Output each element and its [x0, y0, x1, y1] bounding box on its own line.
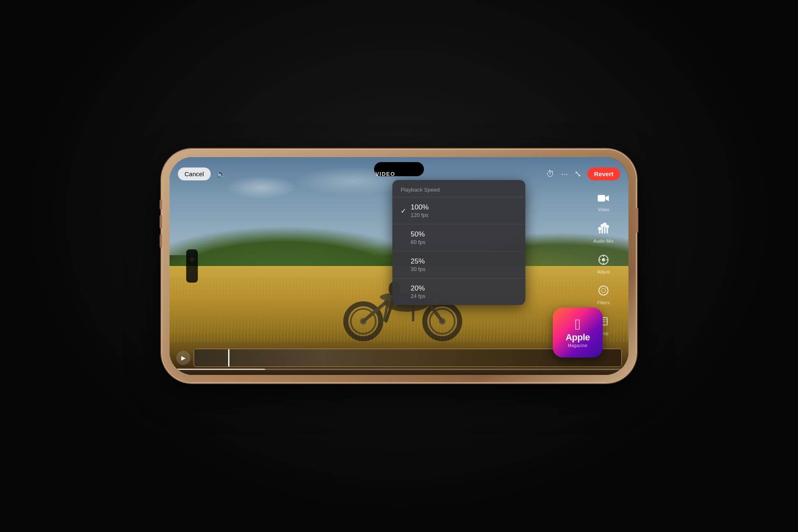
speed-fps-100: 120 fps: [411, 212, 429, 218]
camera-lens-1: [190, 257, 194, 261]
progress-line: [176, 369, 622, 370]
playback-speed-dropdown: Playback Speed ✓ 100% 120 fps 50% 60 fps: [392, 180, 525, 305]
speed-info-50: 50% 60 fps: [411, 230, 425, 245]
checkmark-icon: ✓: [401, 207, 409, 215]
speed-option-100[interactable]: ✓ 100% 120 fps: [392, 197, 525, 224]
timeline-playhead[interactable]: [228, 349, 229, 367]
progress-fill: [176, 369, 265, 370]
power-button: [636, 208, 638, 233]
minimize-icon[interactable]: ⤡: [574, 168, 582, 180]
svg-rect-11: [601, 227, 603, 234]
apple-magazine-badge[interactable]:  Apple Magazine: [553, 308, 603, 357]
timer-icon[interactable]: ⏱: [545, 168, 555, 180]
speed-option-50[interactable]: 50% 60 fps: [392, 224, 525, 251]
adjust-icon: [598, 254, 609, 268]
camera-area: [186, 249, 198, 283]
camera-lens-2: [190, 271, 194, 275]
page-title: VIDEO: [226, 171, 545, 177]
speed-info-25: 25% 30 fps: [411, 257, 425, 272]
filters-icon: [598, 285, 609, 298]
speed-fps-20: 24 fps: [411, 293, 425, 299]
sidebar-item-adjust[interactable]: Adjust: [589, 251, 618, 278]
play-button[interactable]: ▶: [176, 351, 190, 365]
sidebar-label-adjust: Adjust: [597, 269, 610, 274]
sidebar-item-video[interactable]: Video: [589, 190, 618, 215]
dropdown-title: Playback Speed: [392, 180, 525, 197]
svg-point-14: [598, 227, 601, 230]
speed-percent-50: 50%: [411, 230, 425, 239]
mute-button: [160, 200, 162, 209]
svg-point-24: [599, 286, 608, 295]
svg-rect-13: [606, 228, 608, 234]
apple-icon: : [575, 317, 580, 332]
volume-up-button: [160, 215, 162, 229]
speed-fps-50: 60 fps: [411, 239, 425, 245]
svg-point-17: [606, 225, 609, 228]
sidebar-item-audio-mix[interactable]: Audio Mix: [589, 219, 618, 247]
speed-percent-25: 25%: [411, 257, 425, 266]
sidebar-label-audio-mix: Audio Mix: [594, 239, 613, 244]
volume-down-button: [160, 234, 162, 248]
sidebar-item-filters[interactable]: Filters: [589, 282, 618, 308]
apple-magazine-subtitle: Magazine: [568, 343, 587, 348]
main-scene: Cancel 🔈 VIDEO ⏱ ··· ⤡ Revert Playback S…: [162, 150, 636, 382]
sidebar-label-video: Video: [598, 207, 609, 212]
volume-icon[interactable]: 🔈: [217, 169, 226, 178]
video-icon: [598, 194, 609, 205]
more-options-icon[interactable]: ···: [560, 168, 569, 180]
cancel-button[interactable]: Cancel: [178, 167, 211, 180]
speed-option-25[interactable]: 25% 30 fps: [392, 251, 525, 278]
speed-percent-20: 20%: [411, 284, 425, 293]
speed-option-20[interactable]: 20% 24 fps: [392, 278, 525, 305]
audio-mix-icon: [598, 223, 609, 237]
svg-rect-10: [599, 230, 601, 234]
svg-rect-9: [598, 195, 605, 202]
svg-point-19: [602, 258, 605, 261]
apple-magazine-title: Apple: [566, 332, 590, 343]
svg-rect-12: [604, 225, 606, 234]
top-right-icons: ⏱ ··· ⤡ Revert: [545, 167, 620, 180]
revert-button[interactable]: Revert: [587, 167, 620, 180]
sidebar-label-filters: Filters: [597, 300, 610, 305]
speed-fps-25: 30 fps: [411, 266, 425, 272]
speed-info-100: 100% 120 fps: [411, 203, 429, 218]
svg-point-25: [601, 288, 606, 293]
side-buttons-left: [160, 200, 162, 248]
speed-info-20: 20% 24 fps: [411, 284, 425, 299]
speed-percent-100: 100%: [411, 203, 429, 212]
